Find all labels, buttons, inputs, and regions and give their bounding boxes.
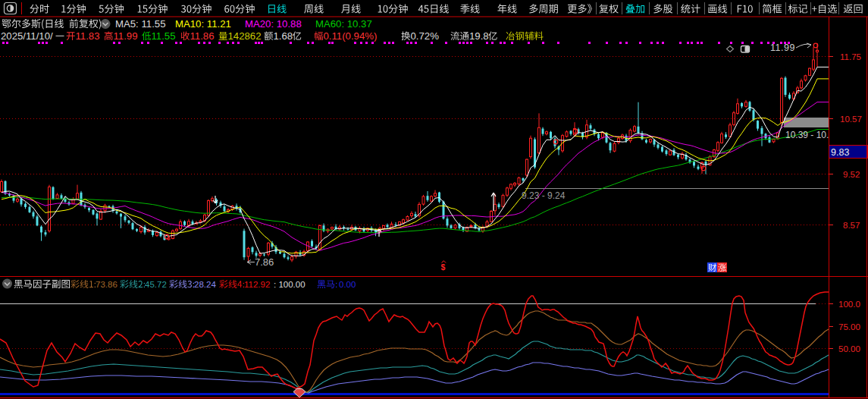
svg-text:9.52: 9.52	[843, 170, 860, 179]
svg-text:28.24: 28.24	[194, 280, 216, 289]
svg-text:8.57: 8.57	[843, 221, 860, 230]
svg-text:100.0: 100.0	[838, 300, 860, 309]
svg-text:75.00: 75.00	[838, 322, 860, 331]
svg-text:: 100.00: : 100.00	[274, 280, 306, 289]
svg-text:10.57: 10.57	[840, 115, 862, 124]
svg-text:11.55: 11.55	[152, 30, 176, 42]
svg-text:11.83: 11.83	[76, 30, 100, 42]
svg-text:7.86: 7.86	[255, 256, 274, 268]
svg-text:73.86: 73.86	[96, 280, 118, 289]
svg-text:$: $	[441, 262, 446, 272]
svg-text:2025/11/10/: 2025/11/10/	[1, 30, 53, 42]
svg-text:MA60: 10.37: MA60: 10.37	[315, 18, 372, 30]
svg-text:0.00: 0.00	[339, 280, 356, 289]
svg-text:11.99: 11.99	[770, 42, 795, 53]
svg-text:9.83: 9.83	[831, 147, 849, 158]
svg-text:9.23 - 9.24: 9.23 - 9.24	[522, 190, 566, 201]
svg-text:MA20: 10.88: MA20: 10.88	[245, 18, 302, 30]
svg-text:45.72: 45.72	[145, 280, 167, 289]
svg-text:MA5: 11.55: MA5: 11.55	[115, 18, 165, 30]
svg-text:11.86: 11.86	[190, 30, 215, 42]
svg-text:0.11(0.94%): 0.11(0.94%)	[324, 30, 378, 42]
svg-text:MA10: 11.21: MA10: 11.21	[175, 18, 231, 30]
svg-text:10.39 - 10.: 10.39 - 10.	[785, 130, 829, 140]
svg-text:19.8: 19.8	[469, 30, 489, 42]
svg-text:50.00: 50.00	[838, 344, 860, 353]
svg-text:142862: 142862	[228, 30, 262, 42]
svg-text:11.75: 11.75	[840, 52, 861, 61]
svg-text:0.72%: 0.72%	[411, 30, 440, 42]
svg-text:11.99: 11.99	[114, 30, 138, 42]
svg-text:1.68: 1.68	[274, 30, 293, 42]
svg-text:112.92: 112.92	[244, 280, 270, 289]
